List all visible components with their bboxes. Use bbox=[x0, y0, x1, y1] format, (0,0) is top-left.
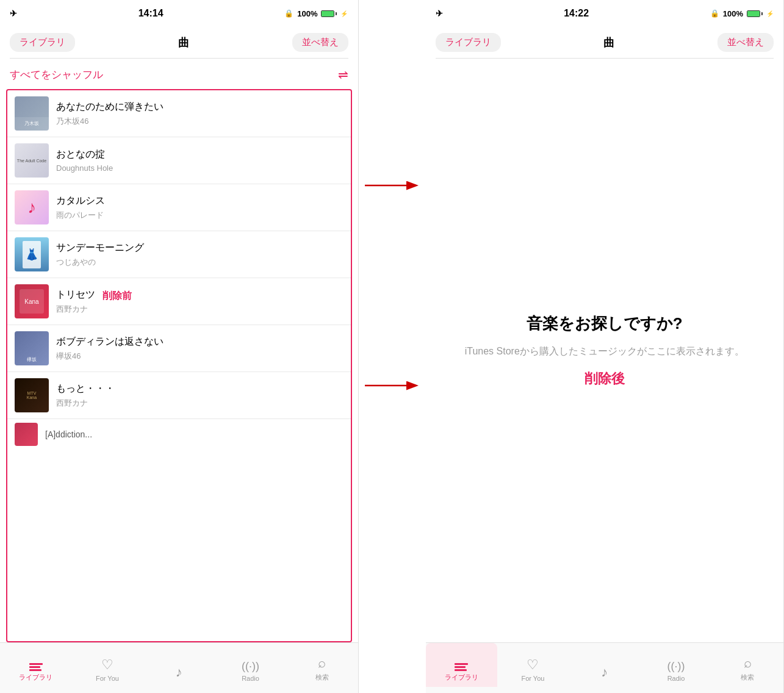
album-art-6: 欅坂 bbox=[15, 331, 49, 365]
empty-description: iTunes Storeから購入したミュージックがここに表示されます。 bbox=[465, 344, 744, 359]
table-row-partial[interactable]: [A]ddiction... bbox=[7, 419, 351, 450]
song-title-1: あなたのために弾きたい bbox=[56, 101, 343, 113]
song-artist-6: 欅坂46 bbox=[56, 351, 343, 362]
left-tab-foryou-label: For You bbox=[96, 675, 119, 682]
table-row[interactable]: 欅坂 ボブディランは返さない 欅坂46 bbox=[7, 325, 351, 372]
table-row[interactable]: 👗 サンデーモーニング つじあやの bbox=[7, 231, 351, 278]
left-battery-icon bbox=[321, 10, 337, 17]
right-empty-state: 音楽をお探しですか? iTunes Storeから購入したミュージックがここに表… bbox=[426, 59, 784, 642]
left-tab-search-label: 検索 bbox=[315, 673, 329, 682]
right-lock-icon: 🔒 bbox=[710, 9, 719, 18]
album-art-8 bbox=[15, 423, 38, 446]
song-title-6: ボブディランは返さない bbox=[56, 336, 343, 348]
left-tab-search[interactable]: ⌕ 検索 bbox=[286, 643, 358, 687]
right-sort-button[interactable]: 並べ替え bbox=[717, 33, 774, 52]
song-title-5: トリセツ bbox=[56, 289, 95, 301]
song-artist-3: 雨のパレード bbox=[56, 210, 343, 221]
left-shuffle-row: すべてをシャッフル ⇌ bbox=[0, 59, 358, 89]
right-header: ライブラリ 曲 並べ替え bbox=[426, 27, 784, 58]
right-tab-library-label: ライブラリ bbox=[445, 673, 478, 682]
right-time: 14:22 bbox=[564, 8, 589, 19]
right-tab-foryou-label: For You bbox=[521, 675, 544, 682]
left-tab-radio-label: Radio bbox=[242, 675, 259, 682]
right-library-button[interactable]: ライブラリ bbox=[436, 33, 501, 52]
heart-icon: ♡ bbox=[101, 657, 113, 673]
song-artist-4: つじあやの bbox=[56, 257, 343, 268]
left-song-list[interactable]: 乃木坂 あなたのために弾きたい 乃木坂46 The Adult Code おとな… bbox=[6, 89, 352, 642]
album-art-5: Kana bbox=[15, 284, 49, 318]
right-tab-library[interactable]: ライブラリ bbox=[426, 643, 497, 687]
airplane-icon: ✈ bbox=[10, 9, 17, 18]
song-info-7: もっと・・・ 西野カナ bbox=[56, 382, 343, 409]
right-tab-bar: ライブラリ ♡ For You ♪ ((·)) Radio ⌕ 検索 bbox=[426, 642, 784, 693]
right-heart-icon: ♡ bbox=[527, 657, 539, 673]
right-status-right: 🔒 100% ⚡ bbox=[710, 9, 774, 18]
arrow-top bbox=[362, 176, 423, 195]
song-artist-1: 乃木坂46 bbox=[56, 116, 343, 127]
table-row[interactable]: The Adult Code おとなの掟 Doughnuts Hole bbox=[7, 137, 351, 184]
left-panel: ✈ 14:14 🔒 100% ⚡ ライブラリ 曲 並べ替え すべてをシャッフル … bbox=[0, 0, 359, 693]
left-tab-music[interactable]: ♪ bbox=[143, 643, 215, 687]
right-tab-search-label: 検索 bbox=[741, 673, 754, 682]
music-note-icon: ♪ bbox=[15, 190, 49, 224]
right-airplane-icon: ✈ bbox=[436, 9, 443, 18]
table-row[interactable]: ♪ カタルシス 雨のパレード bbox=[7, 184, 351, 231]
song-artist-5: 西野カナ bbox=[56, 304, 343, 315]
music-icon: ♪ bbox=[176, 664, 182, 680]
delete-before-badge: 削除前 bbox=[102, 290, 132, 303]
shuffle-label[interactable]: すべてをシャッフル bbox=[10, 68, 103, 82]
left-sort-button[interactable]: 並べ替え bbox=[292, 33, 348, 52]
album-art-4: 👗 bbox=[15, 237, 49, 271]
left-tab-bar: ライブラリ ♡ For You ♪ ((·)) Radio ⌕ 検索 bbox=[0, 642, 358, 693]
left-status-bar: ✈ 14:14 🔒 100% ⚡ bbox=[0, 0, 358, 27]
right-tab-foryou[interactable]: ♡ For You bbox=[497, 643, 569, 687]
left-tab-library[interactable]: ライブラリ bbox=[0, 643, 71, 687]
right-radio-icon: ((·)) bbox=[667, 660, 685, 673]
album-art-3: ♪ bbox=[15, 190, 49, 224]
search-icon: ⌕ bbox=[318, 655, 326, 671]
left-tab-library-label: ライブラリ bbox=[19, 673, 52, 682]
left-time: 14:14 bbox=[138, 8, 164, 19]
song-info-3: カタルシス 雨のパレード bbox=[56, 195, 343, 221]
song-artist-7: 西野カナ bbox=[56, 398, 343, 409]
delete-after-label: 削除後 bbox=[584, 370, 625, 388]
right-status-left: ✈ bbox=[436, 9, 443, 18]
left-status-left: ✈ bbox=[10, 9, 17, 18]
right-bolt-icon: ⚡ bbox=[766, 10, 774, 17]
song-title-4: サンデーモーニング bbox=[56, 242, 343, 254]
right-tab-radio[interactable]: ((·)) Radio bbox=[640, 643, 711, 687]
right-tab-radio-label: Radio bbox=[667, 675, 685, 682]
right-search-icon: ⌕ bbox=[744, 655, 752, 671]
table-row[interactable]: 乃木坂 あなたのために弾きたい 乃木坂46 bbox=[7, 90, 351, 137]
left-page-title: 曲 bbox=[178, 35, 189, 50]
left-tab-foryou[interactable]: ♡ For You bbox=[71, 643, 143, 687]
table-row[interactable]: MTVKana もっと・・・ 西野カナ bbox=[7, 372, 351, 419]
album-art-7: MTVKana bbox=[15, 378, 49, 412]
left-status-right: 🔒 100% ⚡ bbox=[284, 9, 348, 18]
song-title-2: おとなの掟 bbox=[56, 148, 343, 161]
arrow-bottom bbox=[362, 376, 423, 395]
song-info-5: トリセツ 削除前 西野カナ bbox=[56, 289, 343, 315]
right-music-icon: ♪ bbox=[601, 664, 608, 680]
right-battery-icon bbox=[747, 10, 763, 17]
song-artist-2: Doughnuts Hole bbox=[56, 163, 343, 173]
shuffle-icon[interactable]: ⇌ bbox=[338, 67, 348, 82]
song-info-2: おとなの掟 Doughnuts Hole bbox=[56, 148, 343, 173]
left-tab-radio[interactable]: ((·)) Radio bbox=[215, 643, 286, 687]
album-art-2: The Adult Code bbox=[15, 143, 49, 178]
left-bolt-icon: ⚡ bbox=[340, 10, 348, 17]
table-row[interactable]: Kana トリセツ 削除前 西野カナ bbox=[7, 278, 351, 325]
song-info-6: ボブディランは返さない 欅坂46 bbox=[56, 336, 343, 362]
right-battery-pct: 100% bbox=[723, 9, 743, 18]
left-library-button[interactable]: ライブラリ bbox=[10, 33, 75, 52]
song-info-4: サンデーモーニング つじあやの bbox=[56, 242, 343, 268]
album-art-1: 乃木坂 bbox=[15, 96, 49, 131]
right-status-bar: ✈ 14:22 🔒 100% ⚡ bbox=[426, 0, 784, 27]
lock-icon: 🔒 bbox=[284, 9, 293, 18]
song-title-3: カタルシス bbox=[56, 195, 343, 207]
right-tab-music[interactable]: ♪ bbox=[569, 643, 640, 687]
left-battery-pct: 100% bbox=[297, 9, 317, 18]
right-panel: ✈ 14:22 🔒 100% ⚡ ライブラリ 曲 並べ替え 音楽をお探しですか?… bbox=[426, 0, 785, 693]
right-tab-search[interactable]: ⌕ 検索 bbox=[712, 643, 783, 687]
song-title-7: もっと・・・ bbox=[56, 382, 343, 395]
